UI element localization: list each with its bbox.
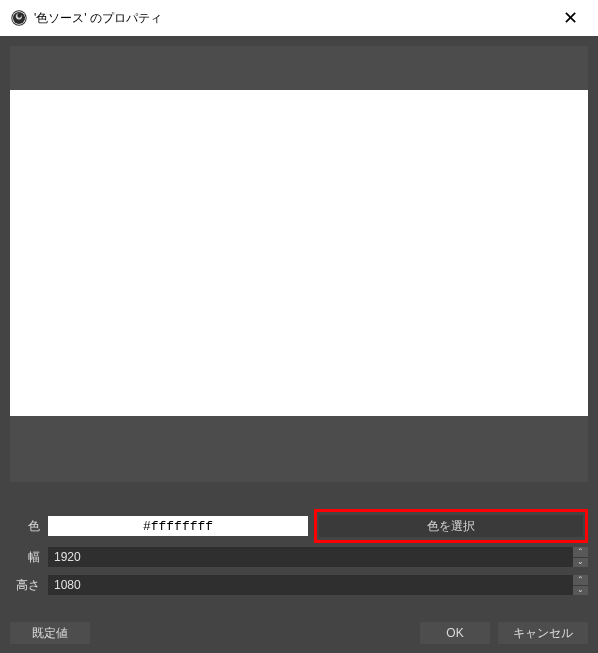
- properties-panel: 色 #ffffffff 色を選択 幅 1920 ⌃ ⌄ 高さ 1080 ⌃: [10, 512, 588, 602]
- width-value: 1920: [54, 550, 81, 564]
- chevron-up-icon[interactable]: ⌃: [573, 575, 588, 586]
- pick-color-highlight: 色を選択: [314, 509, 588, 543]
- chevron-down-icon[interactable]: ⌄: [573, 558, 588, 568]
- color-label: 色: [10, 518, 48, 535]
- width-spinner[interactable]: ⌃ ⌄: [573, 547, 588, 567]
- height-spinner[interactable]: ⌃ ⌄: [573, 575, 588, 595]
- cancel-button[interactable]: キャンセル: [498, 622, 588, 644]
- height-value: 1080: [54, 578, 81, 592]
- dialog-footer: 既定値 OK キャンセル: [0, 613, 598, 653]
- height-label: 高さ: [10, 577, 48, 594]
- color-value-display[interactable]: #ffffffff: [48, 516, 308, 536]
- preview-canvas: [10, 90, 588, 416]
- close-button[interactable]: ✕: [550, 4, 590, 32]
- window-title: '色ソース' のプロパティ: [34, 10, 162, 27]
- pick-color-button[interactable]: 色を選択: [319, 515, 583, 537]
- dialog-body: 色 #ffffffff 色を選択 幅 1920 ⌃ ⌄ 高さ 1080 ⌃: [0, 36, 598, 653]
- preview-area: [10, 46, 588, 482]
- close-icon: ✕: [563, 7, 578, 29]
- chevron-up-icon[interactable]: ⌃: [573, 547, 588, 558]
- ok-button[interactable]: OK: [420, 622, 490, 644]
- obs-logo-icon: [10, 9, 28, 27]
- titlebar: '色ソース' のプロパティ ✕: [0, 0, 598, 36]
- chevron-down-icon[interactable]: ⌄: [573, 586, 588, 596]
- width-label: 幅: [10, 549, 48, 566]
- defaults-button[interactable]: 既定値: [10, 622, 90, 644]
- height-input[interactable]: 1080 ⌃ ⌄: [48, 575, 588, 595]
- width-input[interactable]: 1920 ⌃ ⌄: [48, 547, 588, 567]
